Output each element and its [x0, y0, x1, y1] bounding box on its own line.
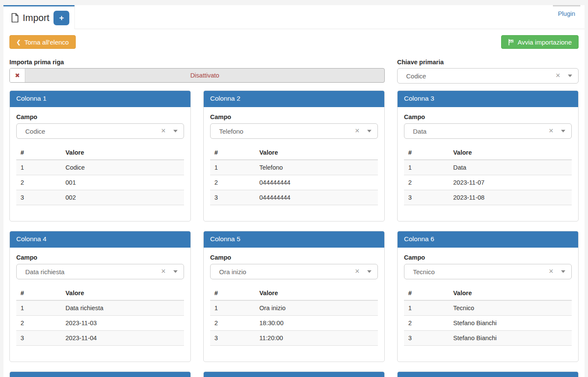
row-index: 1	[16, 300, 61, 316]
chevron-down-icon[interactable]	[568, 75, 572, 77]
field-select[interactable]: Tecnico ×	[404, 264, 572, 279]
column-card-title: Colonna 9	[398, 372, 578, 377]
x-clear-icon[interactable]: ×	[355, 126, 365, 136]
chevron-down-icon[interactable]	[173, 270, 178, 273]
row-index: 2	[16, 316, 61, 331]
row-index: 1	[210, 300, 255, 316]
values-table: # Valore 1Telefono20444444443044444444	[210, 146, 378, 205]
start-import-button[interactable]: Avvia importazione	[501, 35, 579, 49]
field-select[interactable]: Codice ×	[16, 123, 184, 139]
back-to-list-button[interactable]: ❮ Torna all'elenco	[9, 35, 76, 49]
index-column-header: #	[404, 146, 449, 160]
field-label: Campo	[16, 114, 184, 120]
field-select-value: Codice	[25, 128, 161, 135]
chevron-down-icon[interactable]	[561, 130, 565, 132]
table-row: 2Stefano Bianchi	[404, 316, 572, 331]
chevron-down-icon[interactable]	[367, 130, 371, 132]
column-card-title: Colonna 3	[398, 91, 578, 107]
x-clear-icon[interactable]: ×	[161, 267, 171, 277]
column-card-body: Campo Data × # Valore 1Data22023-11-0732…	[398, 107, 578, 212]
row-index: 3	[404, 190, 449, 205]
chevron-down-icon[interactable]	[561, 270, 565, 273]
first-row-toggle[interactable]: ✖ Disattivato	[9, 68, 385, 83]
table-row: 1Tecnico	[404, 300, 572, 316]
column-card-title: Colonna 5	[204, 231, 384, 248]
values-table: # Valore 1Data richiesta22023-11-0332023…	[16, 286, 184, 346]
row-value: 001	[61, 175, 184, 190]
row-value: 2023-11-03	[61, 316, 184, 331]
x-clear-icon[interactable]: ×	[549, 126, 558, 136]
column-card-body: Campo Data richiesta × # Valore 1Data ri…	[10, 248, 190, 352]
column-card: Colonna 9	[397, 371, 579, 377]
field-select[interactable]: Data richiesta ×	[16, 264, 184, 279]
field-select-value: Data richiesta	[25, 268, 161, 275]
field-select-value: Data	[413, 128, 549, 135]
field-select-value: Telefono	[219, 128, 355, 135]
index-column-header: #	[16, 146, 61, 160]
back-to-list-label: Torna all'elenco	[24, 39, 69, 46]
chevron-down-icon[interactable]	[367, 270, 371, 273]
primary-key-control: Chiave primaria Codice ×	[397, 59, 579, 84]
x-mark-icon[interactable]: ✖	[10, 69, 25, 82]
row-value: Stefano Bianchi	[449, 316, 572, 331]
column-card-body: Campo Codice × # Valore 1Codice20013002	[10, 107, 190, 212]
page-title: Import	[11, 12, 49, 24]
field-label: Campo	[210, 114, 378, 120]
table-row: 311:20:00	[210, 331, 378, 346]
table-row: 1Ora inizio	[210, 300, 378, 316]
index-column-header: #	[210, 146, 255, 160]
x-clear-icon[interactable]: ×	[555, 71, 565, 81]
add-tab-button[interactable]: +	[53, 11, 69, 25]
value-column-header: Valore	[255, 146, 378, 160]
primary-key-label: Chiave primaria	[397, 59, 579, 66]
row-index: 3	[16, 190, 61, 205]
field-select[interactable]: Data ×	[404, 123, 572, 139]
tab-plugin[interactable]: Plugin	[553, 5, 580, 29]
row-value: 044444444	[255, 175, 378, 190]
column-card: Colonna 5 Campo Ora inizio × # Valore 1O…	[203, 231, 385, 362]
first-row-toggle-state[interactable]: Disattivato	[25, 69, 384, 82]
column-card: Colonna 4 Campo Data richiesta × # Valor…	[9, 231, 191, 362]
column-card: Colonna 2 Campo Telefono × # Valore 1Tel…	[203, 90, 385, 221]
row-index: 3	[16, 331, 61, 346]
row-index: 1	[404, 300, 449, 316]
table-row: 2044444444	[210, 175, 378, 190]
table-row: 3044444444	[210, 190, 378, 205]
row-value: 11:20:00	[255, 331, 378, 346]
column-card-title: Colonna 1	[10, 91, 190, 107]
column-card-title: Colonna 8	[204, 372, 384, 377]
row-index: 1	[404, 160, 449, 175]
main-panel: Import + Plugin ❮ Torna all'elenco	[3, 5, 585, 377]
x-clear-icon[interactable]: ×	[355, 267, 365, 277]
table-row: 22023-11-03	[16, 316, 184, 331]
values-table-header: # Valore	[210, 146, 378, 160]
row-index: 1	[16, 160, 61, 175]
table-row: 1Data	[404, 160, 572, 175]
index-column-header: #	[16, 286, 61, 300]
column-card: Colonna 1 Campo Codice × # Valore 1Codic…	[9, 90, 191, 221]
field-label: Campo	[210, 254, 378, 261]
column-card: Colonna 3 Campo Data × # Valore 1Data220…	[397, 90, 579, 221]
start-import-label: Avvia importazione	[518, 39, 572, 46]
value-column-header: Valore	[61, 146, 184, 160]
row-value: Tecnico	[449, 300, 572, 316]
value-column-header: Valore	[255, 286, 378, 300]
primary-key-select[interactable]: Codice ×	[397, 68, 579, 84]
row-value: Data richiesta	[61, 300, 184, 316]
row-index: 2	[210, 316, 255, 331]
row-index: 2	[210, 175, 255, 190]
column-card-title: Colonna 7	[10, 372, 190, 377]
column-card-title: Colonna 6	[398, 231, 578, 248]
primary-key-value: Codice	[406, 72, 555, 80]
tab-import[interactable]: Import +	[3, 5, 74, 29]
field-select[interactable]: Ora inizio ×	[210, 264, 378, 279]
x-clear-icon[interactable]: ×	[549, 267, 558, 277]
field-select[interactable]: Telefono ×	[210, 123, 378, 139]
flag-checkered-icon	[508, 39, 514, 45]
x-clear-icon[interactable]: ×	[161, 126, 171, 136]
chevron-left-icon: ❮	[16, 39, 21, 45]
tab-bar-filler: Plugin	[74, 5, 585, 29]
column-card: Colonna 6 Campo Tecnico × # Valore 1Tecn…	[397, 231, 579, 362]
chevron-down-icon[interactable]	[173, 130, 178, 132]
row-index: 1	[210, 160, 255, 175]
